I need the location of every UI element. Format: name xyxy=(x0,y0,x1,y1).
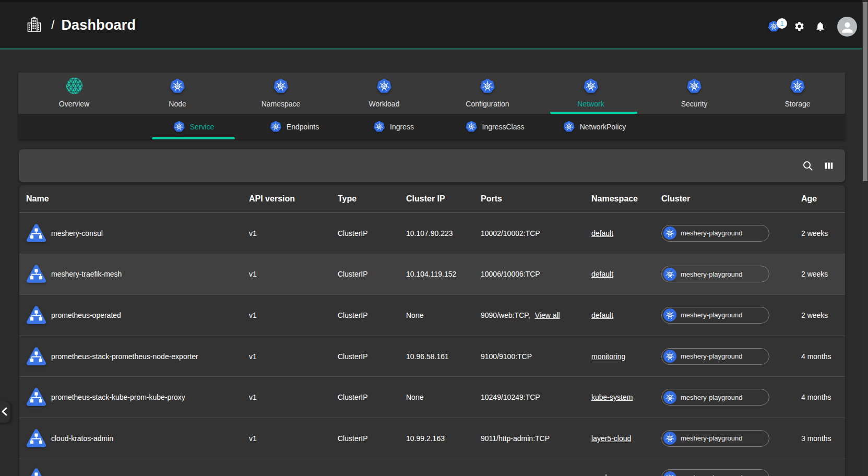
page-scrollbar-track[interactable] xyxy=(862,0,868,476)
kubernetes-icon xyxy=(663,268,676,281)
service-resource-icon xyxy=(26,427,47,449)
column-header-type[interactable]: Type xyxy=(338,194,356,204)
table-row[interactable]: meshery meshery-playground xyxy=(19,459,845,476)
service-resource-icon xyxy=(26,304,47,326)
kubernetes-icon xyxy=(466,121,478,133)
window-top-strip xyxy=(0,0,868,2)
app-bar: / Dashboard 1 xyxy=(0,2,868,50)
kubernetes-icon xyxy=(170,77,185,95)
table-row[interactable]: prometheus-stack-prometheus-node-exporte… xyxy=(19,336,845,377)
column-header-name[interactable]: Name xyxy=(26,194,49,204)
kubernetes-icon xyxy=(686,77,702,95)
cluster-count-badge[interactable]: 1 xyxy=(777,18,787,29)
tab-configuration[interactable]: Configuration xyxy=(436,73,539,114)
cluster-chip[interactable]: meshery-playground xyxy=(661,266,769,282)
namespace-link[interactable]: default xyxy=(591,270,613,278)
kubernetes-resource-tabs-card: Overview Node Namespace Workload Configu… xyxy=(18,73,845,139)
kubernetes-icon xyxy=(790,77,805,95)
namespace-link[interactable]: layer5-cloud xyxy=(591,434,631,443)
subtab-networkpolicy[interactable]: NetworkPolicy xyxy=(563,114,626,139)
kubernetes-icon xyxy=(663,350,676,363)
settings-gear-icon[interactable] xyxy=(794,21,805,32)
cluster-chip[interactable]: meshery-playground xyxy=(661,307,769,324)
kubernetes-icon xyxy=(480,77,495,95)
breadcrumb: / Dashboard xyxy=(27,17,136,34)
breadcrumb-separator: / xyxy=(51,18,54,32)
subtab-ingressclass[interactable]: IngressClass xyxy=(466,114,525,139)
table-toolbar xyxy=(19,149,845,182)
column-header-namespace[interactable]: Namespace xyxy=(591,194,638,204)
namespace-link[interactable]: monitoring xyxy=(591,352,625,361)
sidebar-collapse-handle[interactable] xyxy=(0,401,11,423)
column-header-age[interactable]: Age xyxy=(801,194,817,204)
service-resource-icon xyxy=(26,346,47,367)
meshery-logo-icon xyxy=(66,77,83,95)
tab-overview[interactable]: Overview xyxy=(22,73,126,114)
cluster-chip[interactable]: meshery-playground xyxy=(661,430,769,447)
notifications-bell-icon[interactable] xyxy=(815,21,826,32)
cluster-chip[interactable]: meshery-playground xyxy=(661,225,769,242)
tab-node[interactable]: Node xyxy=(126,73,229,114)
subtab-endpoints[interactable]: Endpoints xyxy=(270,114,319,139)
tab-security[interactable]: Security xyxy=(643,73,746,114)
service-resource-icon xyxy=(26,222,47,244)
column-header-ports[interactable]: Ports xyxy=(481,194,502,204)
view-columns-icon[interactable] xyxy=(823,160,835,172)
page-scrollbar-thumb[interactable] xyxy=(863,2,867,181)
kubernetes-icon xyxy=(583,77,599,95)
table-row[interactable]: prometheus-stack-kube-prom-kube-proxy v1… xyxy=(19,377,845,418)
tab-network[interactable]: Network xyxy=(539,73,643,114)
cluster-chip[interactable]: meshery-playground xyxy=(661,389,769,406)
tab-namespace[interactable]: Namespace xyxy=(229,73,332,114)
namespace-link[interactable]: kube-system xyxy=(591,393,633,401)
kubernetes-icon xyxy=(663,471,676,476)
buildings-icon[interactable] xyxy=(27,17,41,34)
namespace-link[interactable]: meshery xyxy=(591,473,620,476)
column-header-cluster-ip[interactable]: Cluster IP xyxy=(406,194,445,204)
view-all-ports-link[interactable]: View all xyxy=(535,311,560,319)
kubernetes-icon xyxy=(663,227,676,240)
subtab-service[interactable]: Service xyxy=(173,114,215,139)
cluster-chip[interactable]: meshery-playground xyxy=(661,348,769,365)
service-resource-icon xyxy=(26,387,47,408)
resource-tabbar: Overview Node Namespace Workload Configu… xyxy=(18,73,845,114)
selected-subtab-indicator xyxy=(152,137,235,139)
services-table: Name API version Type Cluster IP Ports N… xyxy=(19,185,845,476)
page-title: Dashboard xyxy=(61,17,136,33)
table-row[interactable]: meshery-traefik-mesh v1 ClusterIP 10.104… xyxy=(19,254,845,295)
chevron-left-icon xyxy=(1,407,7,416)
namespace-link[interactable]: default xyxy=(591,229,613,237)
kubernetes-icon xyxy=(270,121,282,133)
table-row[interactable]: cloud-kratos-admin v1 ClusterIP 10.99.2.… xyxy=(19,418,845,459)
table-header-row: Name API version Type Cluster IP Ports N… xyxy=(19,185,845,213)
tab-storage[interactable]: Storage xyxy=(746,73,845,114)
kubernetes-icon xyxy=(663,391,676,404)
kubernetes-icon xyxy=(563,121,575,133)
subtab-ingress[interactable]: Ingress xyxy=(373,114,414,139)
tab-workload[interactable]: Workload xyxy=(332,73,436,114)
cluster-chip[interactable]: meshery-playground xyxy=(661,469,769,476)
search-icon[interactable] xyxy=(802,160,814,172)
kubernetes-icon xyxy=(663,308,676,322)
service-resource-icon xyxy=(26,467,47,476)
kubernetes-icon xyxy=(273,77,289,95)
kubernetes-icon xyxy=(173,121,185,133)
kubernetes-icon xyxy=(373,121,385,133)
table-row[interactable]: prometheus-operated v1 ClusterIP None 90… xyxy=(19,295,845,336)
kubernetes-icon xyxy=(376,77,392,95)
column-header-api-version[interactable]: API version xyxy=(249,194,295,204)
kubernetes-icon xyxy=(663,432,676,445)
column-header-cluster[interactable]: Cluster xyxy=(661,194,690,204)
namespace-link[interactable]: default xyxy=(591,311,613,319)
table-row[interactable]: meshery-consul v1 ClusterIP 10.107.90.22… xyxy=(19,213,845,254)
service-resource-icon xyxy=(26,264,47,285)
user-avatar[interactable] xyxy=(837,17,857,37)
network-subtabbar: Service Endpoints Ingress IngressClass N… xyxy=(18,114,845,139)
